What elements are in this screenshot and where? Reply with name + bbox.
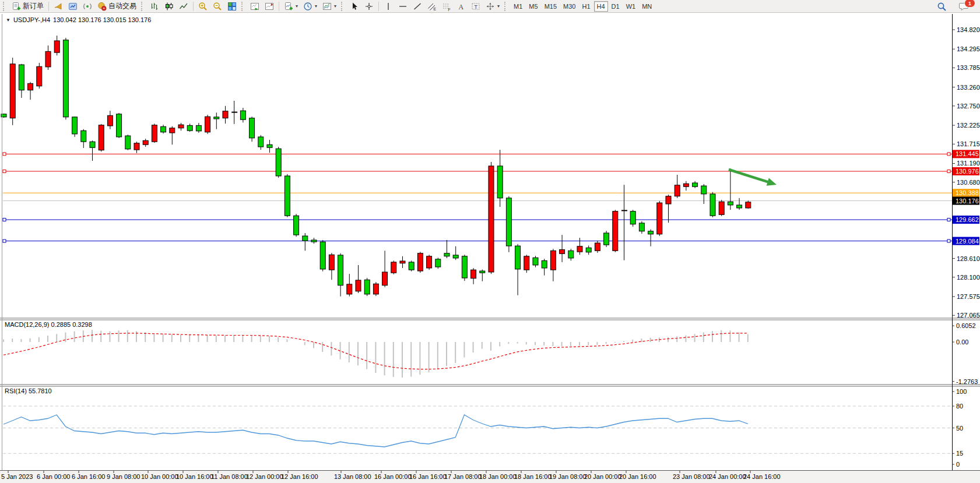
chart-title: ▼ USDJPY-,H4 130.042 130.176 130.015 130…	[6, 16, 151, 23]
svg-text:10 Jan 00:00: 10 Jan 00:00	[141, 473, 178, 480]
price-box-130.176: 130.176	[953, 197, 979, 205]
svg-text:134.820: 134.820	[957, 26, 980, 33]
chart-ohlc-values: 130.042 130.176 130.015 130.176	[53, 16, 151, 23]
svg-text:130.976: 130.976	[956, 168, 979, 175]
price-box-129.662: 129.662	[953, 216, 979, 224]
price-box-131.445: 131.445	[953, 150, 979, 158]
svg-text:15: 15	[956, 450, 963, 457]
svg-text:23 Jan 08:00: 23 Jan 08:00	[673, 473, 710, 480]
svg-text:24 Jan 16:00: 24 Jan 16:00	[743, 473, 781, 480]
svg-text:5 Jan 2023: 5 Jan 2023	[1, 473, 33, 480]
svg-text:17 Jan 08:00: 17 Jan 08:00	[444, 473, 482, 480]
svg-text:133.260: 133.260	[957, 84, 980, 91]
svg-text:0.6052: 0.6052	[956, 322, 976, 329]
svg-text:131.445: 131.445	[956, 150, 979, 157]
svg-text:0.00: 0.00	[956, 339, 968, 345]
svg-text:130.680: 130.680	[957, 179, 980, 186]
svg-text:18 Jan 16:00: 18 Jan 16:00	[514, 473, 552, 480]
svg-text:13 Jan 08:00: 13 Jan 08:00	[334, 473, 371, 480]
svg-text:127.575: 127.575	[957, 293, 980, 300]
svg-text:132.750: 132.750	[957, 103, 980, 110]
svg-text:134.295: 134.295	[957, 45, 980, 52]
svg-text:12 Jan 00:00: 12 Jan 00:00	[246, 473, 283, 480]
svg-text:50: 50	[956, 425, 963, 432]
macd-indicator-label: MACD(12,26,9) 0.2885 0.3298	[5, 321, 92, 328]
svg-text:127.065: 127.065	[957, 312, 980, 319]
svg-text:128.610: 128.610	[957, 255, 980, 262]
svg-text:19 Jan 08:00: 19 Jan 08:00	[549, 473, 586, 480]
svg-text:80: 80	[956, 403, 963, 410]
svg-text:18 Jan 00:00: 18 Jan 00:00	[479, 473, 517, 480]
svg-text:129.662: 129.662	[956, 216, 979, 223]
svg-text:9 Jan 08:00: 9 Jan 08:00	[107, 473, 140, 480]
svg-text:-1.2763: -1.2763	[956, 378, 978, 385]
svg-text:10 Jan 16:00: 10 Jan 16:00	[176, 473, 213, 480]
svg-text:12 Jan 16:00: 12 Jan 16:00	[281, 473, 318, 480]
svg-text:16 Jan 00:00: 16 Jan 00:00	[374, 473, 412, 480]
svg-text:20 Jan 16:00: 20 Jan 16:00	[619, 473, 656, 480]
svg-text:128.100: 128.100	[957, 274, 980, 281]
price-box-130.976: 130.976	[953, 167, 979, 175]
svg-text:129.084: 129.084	[956, 238, 979, 245]
rsi-indicator-label: RSI(14) 55.7810	[5, 387, 52, 394]
svg-text:6 Jan 16:00: 6 Jan 16:00	[72, 473, 106, 480]
svg-text:130.388: 130.388	[956, 189, 979, 196]
svg-text:133.785: 133.785	[957, 64, 980, 71]
svg-text:132.225: 132.225	[957, 122, 980, 129]
svg-text:6 Jan 00:00: 6 Jan 00:00	[37, 473, 71, 480]
svg-text:131.190: 131.190	[957, 160, 980, 167]
chart-symbol-period: USDJPY-,H4	[13, 16, 50, 23]
svg-text:0: 0	[956, 461, 960, 468]
mt4-window: 新订单 自动交易	[0, 0, 980, 483]
chart-canvas[interactable]: 134.820134.295133.785133.260132.750132.2…	[0, 0, 980, 483]
price-box-130.388: 130.388	[953, 189, 979, 197]
svg-text:24 Jan 00:00: 24 Jan 00:00	[709, 473, 746, 480]
svg-text:130.176: 130.176	[956, 198, 979, 205]
svg-text:11 Jan 08:00: 11 Jan 08:00	[211, 473, 248, 480]
svg-text:20 Jan 00:00: 20 Jan 00:00	[584, 473, 621, 480]
svg-text:100: 100	[956, 388, 967, 395]
chart-menu-arrow-icon[interactable]: ▼	[6, 17, 10, 23]
svg-text:16 Jan 16:00: 16 Jan 16:00	[409, 473, 447, 480]
price-box-129.084: 129.084	[953, 237, 979, 245]
svg-text:131.715: 131.715	[957, 140, 980, 147]
